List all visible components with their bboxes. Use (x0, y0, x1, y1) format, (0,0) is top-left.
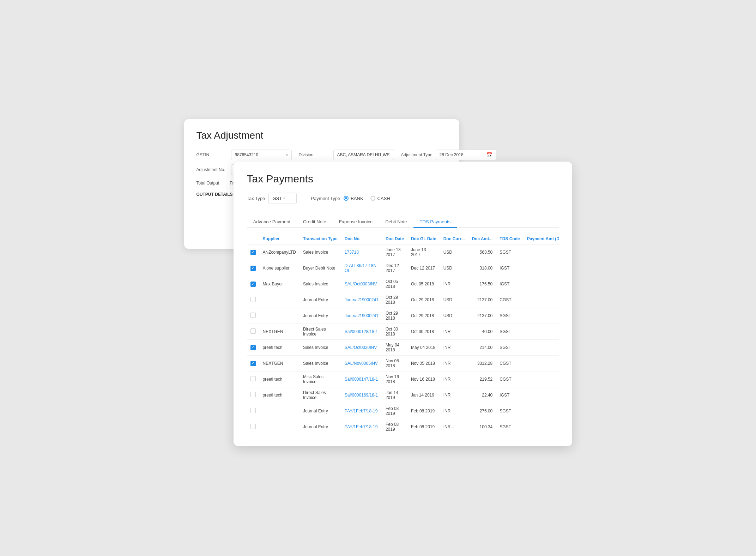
table-header-transaction_type: Transaction Type (300, 234, 341, 244)
payment-type-group: BANK CASH (344, 196, 390, 201)
table-header-supplier: Supplier (259, 234, 300, 244)
row-doc_amt: 2137.00 (468, 292, 496, 308)
row-checkbox[interactable] (250, 392, 256, 397)
row-doc_no[interactable]: Sal/0000147/18-1 (341, 371, 382, 387)
row-checkbox[interactable] (250, 266, 256, 271)
tax-type-label: Tax Type (247, 196, 265, 201)
tax-payments-card: Tax Payments Tax Type GST ▾ Payment Type… (234, 162, 572, 446)
table-row: NEXTGENDirect Sales InvoiceSal/0000128/1… (247, 324, 559, 340)
row-doc_date: Feb 08 2019 (382, 419, 407, 435)
row-doc_gl_date: May 04 2018 (407, 340, 440, 356)
row-supplier: NEXTGEN (259, 324, 300, 340)
division-input[interactable] (333, 150, 394, 160)
row-tds_code: IGST (496, 276, 523, 292)
row-doc_no[interactable]: SAL/Nov0005INV (341, 356, 382, 371)
table-header-doc_curr: Doc Curr... (440, 234, 468, 244)
row-doc_date: May 04 2018 (382, 340, 407, 356)
row-doc_amt: 214.00 (468, 340, 496, 356)
row-tds_code: SGST (496, 244, 523, 260)
table-header-doc_no: Doc No. (341, 234, 382, 244)
table-header-doc_date: Doc Date (382, 234, 407, 244)
row-doc_no[interactable]: SAL/Oct0003INV (341, 276, 382, 292)
row-checkbox-cell (247, 324, 259, 340)
tabs-bar: Advance PaymentCredit NoteExpense Invoic… (247, 216, 559, 228)
payments-table: SupplierTransaction TypeDoc No.Doc DateD… (247, 234, 559, 435)
row-checkbox[interactable] (250, 376, 256, 381)
row-payment_amt: 0.00 (524, 371, 559, 387)
row-doc_date: Nov 05 2018 (382, 356, 407, 371)
row-checkbox[interactable] (250, 361, 256, 366)
tab-advance-payment[interactable]: Advance Payment (247, 216, 297, 228)
tax-type-select[interactable]: GST ▾ (268, 193, 297, 204)
row-transaction_type: Direct Sales Invoice (300, 324, 341, 340)
row-doc_no[interactable]: SAL/Oct0020INV (341, 340, 382, 356)
row-checkbox[interactable] (250, 282, 256, 287)
row-doc_gl_date: June 13 2017 (407, 244, 440, 260)
row-doc_date: June 13 2017 (382, 244, 407, 260)
row-payment_amt: 0.00 (524, 260, 559, 276)
tab-tds-payments[interactable]: TDS Payments (413, 216, 457, 228)
filter-bar: Tax Type GST ▾ Payment Type BANK CASH (247, 193, 559, 209)
table-header-checkbox (247, 234, 259, 244)
row-checkbox-cell (247, 260, 259, 276)
row-doc_no[interactable]: Sal/0000169/18-1 (341, 387, 382, 403)
table-container: SupplierTransaction TypeDoc No.Doc DateD… (247, 234, 559, 435)
row-checkbox[interactable] (250, 250, 256, 255)
row-doc_no[interactable]: Sal/0000128/18-1 (341, 324, 382, 340)
table-row: NEXTGENSales InvoiceSAL/Nov0005INVNov 05… (247, 356, 559, 371)
row-transaction_type: Journal Entry (300, 419, 341, 435)
table-row: Journal EntryPAY/1Feb7/18-19Feb 08 2019F… (247, 419, 559, 435)
tax-payments-title: Tax Payments (247, 173, 559, 185)
row-doc_amt: 100.34 (468, 419, 496, 435)
row-checkbox[interactable] (250, 297, 256, 302)
row-payment_amt: 0.00 (524, 276, 559, 292)
table-header-doc_gl_date: Doc GL Date (407, 234, 440, 244)
row-transaction_type: Sales Invoice (300, 356, 341, 371)
page-wrapper: Tax Adjustment GSTIN 9876543210 ▾ Divisi… (184, 119, 572, 437)
row-payment_amt: 0.00 (524, 403, 559, 419)
row-checkbox[interactable] (250, 424, 256, 429)
row-doc_amt: 2137.00 (468, 308, 496, 324)
row-doc_date: Oct 29 2018 (382, 308, 407, 324)
bank-radio[interactable]: BANK (344, 196, 363, 201)
row-supplier: preeti tech (259, 371, 300, 387)
row-payment_amt: 0.00 (524, 419, 559, 435)
row-doc_no[interactable]: 173718 (341, 244, 382, 260)
row-checkbox-cell (247, 356, 259, 371)
row-payment_amt: 0.00 (524, 387, 559, 403)
tab-credit-note[interactable]: Credit Note (297, 216, 333, 228)
row-doc_no[interactable]: D-ALL86/17-18N-OL (341, 260, 382, 276)
row-checkbox[interactable] (250, 313, 256, 318)
tab-expense-invoice[interactable]: Expense Invoice (333, 216, 379, 228)
row-checkbox[interactable] (250, 345, 256, 350)
row-checkbox[interactable] (250, 408, 256, 413)
cash-radio[interactable]: CASH (370, 196, 390, 201)
table-row: preeti techMisc Sales InvoiceSal/0000147… (247, 371, 559, 387)
row-doc_no[interactable]: PAY/1Feb7/18-19 (341, 403, 382, 419)
row-doc_no[interactable]: PAY/1Feb7/18-19 (341, 419, 382, 435)
row-doc_no[interactable]: Journal/19000241 (341, 292, 382, 308)
row-checkbox-cell (247, 403, 259, 419)
row-transaction_type: Misc Sales Invoice (300, 371, 341, 387)
row-doc_curr: USD (440, 308, 468, 324)
row-checkbox-cell (247, 371, 259, 387)
row-doc_date: Oct 29 2018 (382, 292, 407, 308)
row-doc_amt: 176.50 (468, 276, 496, 292)
row-payment_amt: 0.00 (524, 340, 559, 356)
division-row: Division (299, 150, 394, 160)
row-doc_date: Jan 14 2019 (382, 387, 407, 403)
row-checkbox-cell (247, 292, 259, 308)
row-transaction_type: Sales Invoice (300, 276, 341, 292)
division-label: Division (299, 152, 331, 157)
adjustment-type-input[interactable]: 28 Dec 2018 📅 (436, 150, 496, 160)
row-doc_amt: 22.40 (468, 387, 496, 403)
row-checkbox[interactable] (250, 328, 256, 334)
row-tds_code: SGST (496, 419, 523, 435)
tab-debit-note[interactable]: Debit Note (379, 216, 413, 228)
row-checkbox-cell (247, 244, 259, 260)
row-supplier: ANZcompanyLTD (259, 244, 300, 260)
row-tds_code: SGST (496, 340, 523, 356)
row-doc_gl_date: Oct 29 2018 (407, 308, 440, 324)
gstin-select[interactable]: 9876543210 ▾ (231, 150, 292, 160)
row-doc_no[interactable]: Journal/19000241 (341, 308, 382, 324)
